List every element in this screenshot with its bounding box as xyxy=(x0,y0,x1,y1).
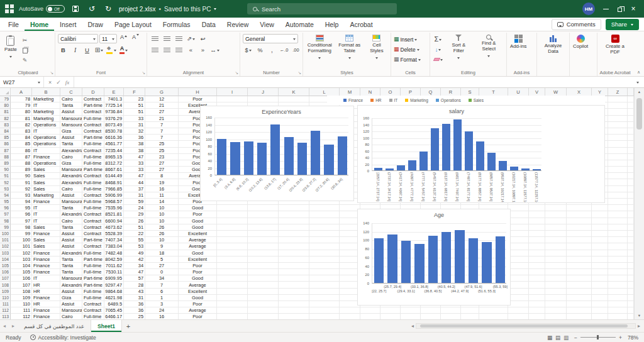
cell[interactable] xyxy=(508,237,529,243)
cell[interactable]: 8965.15 xyxy=(104,154,124,160)
cell[interactable] xyxy=(217,211,248,218)
cell[interactable] xyxy=(340,314,360,319)
cell[interactable]: 111 xyxy=(11,307,32,314)
cell[interactable]: Contract xyxy=(82,128,104,135)
cell[interactable]: 79 xyxy=(11,102,32,109)
cell[interactable]: Contract xyxy=(82,224,104,231)
row-header[interactable]: 109 xyxy=(0,289,11,295)
cell[interactable] xyxy=(608,301,628,307)
dialog-launcher-icon[interactable]: ↘ xyxy=(142,71,145,75)
cell[interactable] xyxy=(508,224,529,231)
cell[interactable]: HR xyxy=(32,301,60,307)
cell[interactable] xyxy=(248,282,279,288)
cell[interactable] xyxy=(217,224,248,231)
cell[interactable]: Finance xyxy=(32,199,60,205)
cell[interactable]: 8530.78 xyxy=(104,128,124,135)
tab-help[interactable]: Help xyxy=(319,18,345,31)
cell[interactable]: Sales xyxy=(32,179,60,185)
cell[interactable] xyxy=(592,269,608,275)
row-header[interactable]: 90 xyxy=(0,167,11,173)
cell[interactable]: Cairo xyxy=(60,314,82,319)
cell[interactable]: Marketing xyxy=(32,116,60,122)
cell[interactable]: Finance xyxy=(32,269,60,275)
column-header[interactable]: I xyxy=(217,88,248,96)
cell[interactable]: 104 xyxy=(11,263,32,269)
cell[interactable]: 10 xyxy=(145,237,179,243)
cell[interactable] xyxy=(309,256,340,263)
cell[interactable]: Contract xyxy=(82,211,104,218)
sheet-grid[interactable]: ABCDEFGHIJKLMNOPQRSTUVWXYZ7978MarketingC… xyxy=(0,88,634,319)
cell[interactable] xyxy=(608,224,628,231)
cell[interactable] xyxy=(309,269,340,275)
row-header[interactable]: 94 xyxy=(0,192,11,199)
cell[interactable]: 10 xyxy=(145,205,179,211)
cell[interactable]: Cairo xyxy=(60,154,82,160)
cell[interactable]: Good xyxy=(179,275,217,282)
cell[interactable]: 4673.62 xyxy=(104,224,124,231)
enter-icon[interactable]: ✓ xyxy=(56,79,61,86)
cell[interactable]: Part-time xyxy=(82,275,104,282)
minimize-button[interactable] xyxy=(600,3,611,14)
cell[interactable] xyxy=(628,96,634,102)
sort-filter-button[interactable]: Sort & Filter xyxy=(445,33,472,68)
cell[interactable] xyxy=(401,314,421,319)
cell[interactable] xyxy=(608,211,628,218)
cell[interactable]: Contract xyxy=(82,307,104,314)
chart-ExperinceYears[interactable]: ExperinceYears020406080100120140160[0, 3… xyxy=(200,106,354,201)
cell[interactable]: Full-time xyxy=(82,186,104,192)
cell[interactable]: Contract xyxy=(82,109,104,115)
cell[interactable]: 31 xyxy=(124,192,145,199)
column-header[interactable]: E xyxy=(104,88,124,96)
cell[interactable] xyxy=(628,269,634,275)
cell[interactable]: 4621.98 xyxy=(104,295,124,301)
cell[interactable] xyxy=(529,231,545,237)
cell[interactable]: 9297.47 xyxy=(104,282,124,288)
cell[interactable]: Part-time xyxy=(82,167,104,173)
accounting-format-button[interactable]: $ xyxy=(243,45,253,55)
cell[interactable]: Good xyxy=(179,250,217,256)
cell[interactable]: 92 xyxy=(11,186,32,192)
cell[interactable] xyxy=(217,205,248,211)
cell[interactable] xyxy=(309,231,340,237)
cell[interactable] xyxy=(628,141,634,147)
cell[interactable] xyxy=(279,263,309,269)
cell[interactable]: Finance xyxy=(32,295,60,301)
cell[interactable]: 7530.11 xyxy=(104,269,124,275)
cell[interactable] xyxy=(309,211,340,218)
cell[interactable] xyxy=(628,307,634,314)
cell[interactable] xyxy=(567,211,592,218)
cell[interactable] xyxy=(608,122,628,128)
cell[interactable]: Finance xyxy=(32,231,60,237)
row-header[interactable]: 82 xyxy=(0,116,11,122)
tab-data[interactable]: Data xyxy=(196,18,221,31)
cell[interactable]: Contract xyxy=(82,243,104,250)
cell[interactable] xyxy=(248,237,279,243)
cell[interactable]: 49 xyxy=(124,250,145,256)
cell[interactable]: 25 xyxy=(145,148,179,154)
cell[interactable] xyxy=(529,307,545,314)
cell[interactable]: 51 xyxy=(124,224,145,231)
cell[interactable] xyxy=(309,275,340,282)
cell[interactable]: Contract xyxy=(82,218,104,224)
cell[interactable]: 23 xyxy=(124,96,145,102)
cell[interactable] xyxy=(628,211,634,218)
row-header[interactable]: 87 xyxy=(0,148,11,154)
cell[interactable] xyxy=(508,218,529,224)
cell[interactable] xyxy=(248,96,279,102)
cell[interactable]: 6466.17 xyxy=(104,314,124,319)
cell[interactable]: Mansoura xyxy=(60,122,82,128)
avatar[interactable]: HM xyxy=(582,3,595,15)
cell[interactable]: 8667.61 xyxy=(104,167,124,173)
share-button[interactable]: Share xyxy=(606,19,639,30)
cell[interactable]: Full-time xyxy=(82,250,104,256)
cell[interactable] xyxy=(309,301,340,307)
cell[interactable] xyxy=(529,269,545,275)
cell[interactable]: Poor xyxy=(179,263,217,269)
middle-align-button[interactable] xyxy=(162,34,172,43)
cell[interactable]: 53 xyxy=(124,243,145,250)
cell[interactable]: Full-time xyxy=(82,199,104,205)
cell[interactable] xyxy=(628,224,634,231)
cell[interactable] xyxy=(248,250,279,256)
cell[interactable]: Full-time xyxy=(82,116,104,122)
cell[interactable]: 84 xyxy=(11,135,32,141)
